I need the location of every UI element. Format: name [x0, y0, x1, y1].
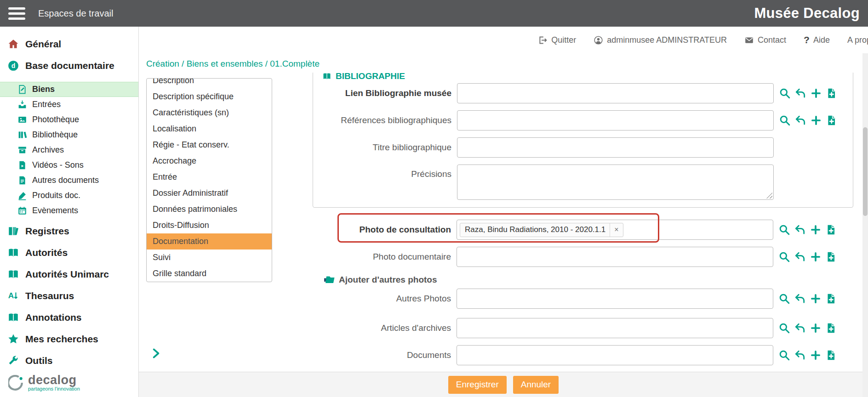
contact-button[interactable]: Contact — [744, 35, 786, 45]
undo-icon[interactable] — [794, 293, 806, 305]
cancel-button[interactable]: Annuler — [513, 376, 559, 394]
user-icon — [594, 35, 603, 45]
sidebar-item-produits-doc[interactable]: Produits doc. — [0, 188, 138, 203]
add-icon[interactable] — [810, 87, 822, 99]
open-book-icon — [7, 312, 19, 323]
articles-archives-input[interactable] — [457, 318, 773, 338]
archive-box-icon — [17, 145, 27, 155]
sidebar-item-entrees[interactable]: Entrées — [0, 97, 138, 112]
scrollbar-thumb[interactable] — [863, 127, 868, 216]
precisions-textarea[interactable] — [457, 164, 774, 200]
sidebar-item-label: Archives — [32, 145, 64, 155]
undo-icon[interactable] — [794, 224, 806, 236]
search-icon[interactable] — [778, 349, 790, 361]
help-button[interactable]: ? Aide — [804, 34, 830, 45]
undo-icon[interactable] — [794, 322, 806, 334]
field-row-precisions: Précisions — [313, 164, 853, 200]
field-label: Autres Photos — [313, 294, 451, 304]
field-row-lien-bibliographie: Lien Bibliographie musée — [313, 83, 853, 103]
new-document-icon[interactable] — [826, 87, 838, 99]
undo-icon[interactable] — [794, 114, 806, 126]
mail-icon — [744, 35, 754, 45]
quit-button[interactable]: Quitter — [538, 35, 576, 45]
search-icon[interactable] — [778, 322, 790, 334]
form-nav-item-entree[interactable]: Entrée — [147, 169, 272, 185]
sidebar-item-autorites-unimarc[interactable]: Autorités Unimarc — [0, 263, 138, 285]
new-document-icon[interactable] — [826, 114, 838, 126]
autres-photos-input[interactable] — [457, 289, 773, 309]
form-nav-item-accrochage[interactable]: Accrochage — [147, 153, 272, 169]
form-nav-item-donnees-patrimoniales[interactable]: Données patrimoniales — [147, 201, 272, 217]
photo-consultation-input[interactable]: Raza, Bindu Radiations, 2010 - 2020.1.1 … — [457, 220, 773, 240]
undo-icon[interactable] — [794, 349, 806, 361]
about-button[interactable]: A propos — [847, 35, 868, 45]
field-label: Photo de consultation — [313, 225, 451, 235]
new-document-icon[interactable] — [825, 349, 837, 361]
sidebar-item-bibliotheque[interactable]: Bibliothèque — [0, 127, 138, 142]
add-icon[interactable] — [810, 322, 822, 334]
new-document-icon[interactable] — [825, 251, 837, 263]
content-area: Description Description spécifique Carac… — [146, 73, 868, 397]
form-section-nav: Description Description spécifique Carac… — [146, 78, 272, 282]
search-icon[interactable] — [779, 114, 791, 126]
add-icon[interactable] — [810, 251, 822, 263]
sidebar-item-thesaurus[interactable]: Thesaurus — [0, 285, 138, 306]
field-actions — [778, 247, 837, 267]
vertical-scrollbar[interactable] — [862, 53, 868, 397]
form-nav-item-droits-diffusion[interactable]: Droits-Diffusion — [147, 217, 272, 233]
photo-documentaire-input[interactable] — [457, 247, 773, 267]
sidebar-item-autres-documents[interactable]: Autres documents — [0, 173, 138, 188]
form-nav-item-documentation[interactable]: Documentation — [147, 233, 272, 250]
sidebar-item-label: Bibliothèque — [32, 130, 78, 140]
sidebar-item-label: Registres — [25, 226, 69, 237]
references-bibliographiques-input[interactable] — [457, 110, 774, 130]
field-label: Lien Bibliographie musée — [313, 88, 451, 98]
search-icon[interactable] — [778, 251, 790, 263]
form-nav-item-dossier-administratif[interactable]: Dossier Administratif — [147, 185, 272, 201]
titre-bibliographique-input[interactable] — [457, 137, 774, 158]
search-icon[interactable] — [779, 87, 791, 99]
calendar-icon — [17, 206, 27, 216]
sidebar-item-registres[interactable]: Registres — [0, 220, 138, 242]
menu-icon[interactable] — [8, 7, 25, 20]
undo-icon[interactable] — [794, 251, 806, 263]
form-nav-item-grille-standard[interactable]: Grille standard — [147, 266, 272, 282]
search-icon[interactable] — [778, 224, 790, 236]
sidebar-item-annotations[interactable]: Annotations — [0, 306, 138, 328]
sidebar-item-videos-sons[interactable]: Vidéos - Sons — [0, 158, 138, 173]
topbar: Espaces de travail Musée Decalog — [0, 0, 868, 27]
add-icon[interactable] — [810, 114, 822, 126]
form-nav-item-localisation[interactable]: Localisation — [147, 121, 272, 137]
add-icon[interactable] — [810, 293, 822, 305]
sidebar-item-mes-recherches[interactable]: Mes recherches — [0, 328, 138, 350]
sidebar-item-base-documentaire[interactable]: Base documentaire — [0, 55, 138, 76]
undo-icon[interactable] — [794, 87, 806, 99]
save-button[interactable]: Enregistrer — [448, 376, 507, 394]
expand-panel-chevron-icon[interactable] — [150, 346, 162, 360]
add-icon[interactable] — [810, 224, 822, 236]
sidebar-item-autorites[interactable]: Autorités — [0, 242, 138, 263]
form-nav-item-description-specifique[interactable]: Description spécifique — [147, 89, 272, 105]
autres-photos-section-header[interactable]: Ajouter d'autres photos — [313, 274, 868, 286]
new-document-icon[interactable] — [825, 322, 837, 334]
new-document-icon[interactable] — [825, 224, 837, 236]
current-user[interactable]: adminmusee ADMINSTRATEUR — [594, 35, 727, 45]
sidebar-item-evenements[interactable]: Evènements — [0, 203, 138, 218]
sidebar-item-outils[interactable]: Outils — [0, 350, 138, 371]
form-nav-item-caracteristiques[interactable]: Caractéristiques (sn) — [147, 105, 272, 121]
form-nav-item-description[interactable]: Description — [147, 78, 272, 89]
search-icon[interactable] — [778, 293, 790, 305]
form-nav-item-regie[interactable]: Régie - Etat conserv. — [147, 137, 272, 153]
add-icon[interactable] — [810, 349, 822, 361]
bibliographie-section-header[interactable]: BIBLIOGRAPHIE — [313, 73, 853, 83]
sidebar-item-biens[interactable]: Biens — [0, 82, 138, 97]
documents-input[interactable] — [457, 345, 773, 365]
sidebar-item-archives[interactable]: Archives — [0, 142, 138, 158]
form-nav-item-suivi[interactable]: Suivi — [147, 250, 272, 266]
lien-bibliographie-input[interactable] — [457, 83, 774, 103]
sidebar-item-general[interactable]: Général — [0, 33, 138, 55]
remove-chip-icon[interactable]: × — [610, 223, 622, 237]
new-document-icon[interactable] — [825, 293, 837, 305]
sort-letters-icon — [7, 290, 19, 302]
sidebar-item-phototheque[interactable]: Photothèque — [0, 112, 138, 127]
